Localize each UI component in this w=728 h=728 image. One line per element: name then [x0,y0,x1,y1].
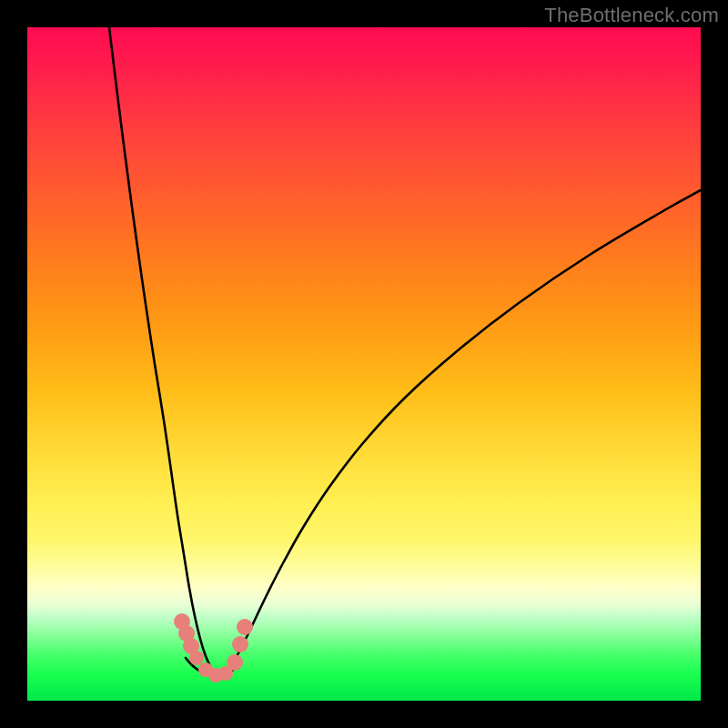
highlight-point [189,651,204,665]
highlight-point [227,654,243,671]
watermark-text: TheBottleneck.com [544,4,719,27]
highlight-markers [174,613,253,682]
curve-layer [27,27,701,701]
highlight-point [232,636,248,652]
outer-frame: TheBottleneck.com [0,0,728,728]
curve-right-arm [229,190,701,668]
highlight-point [237,619,253,635]
plot-area [27,27,701,701]
curve-left-arm [109,27,211,668]
